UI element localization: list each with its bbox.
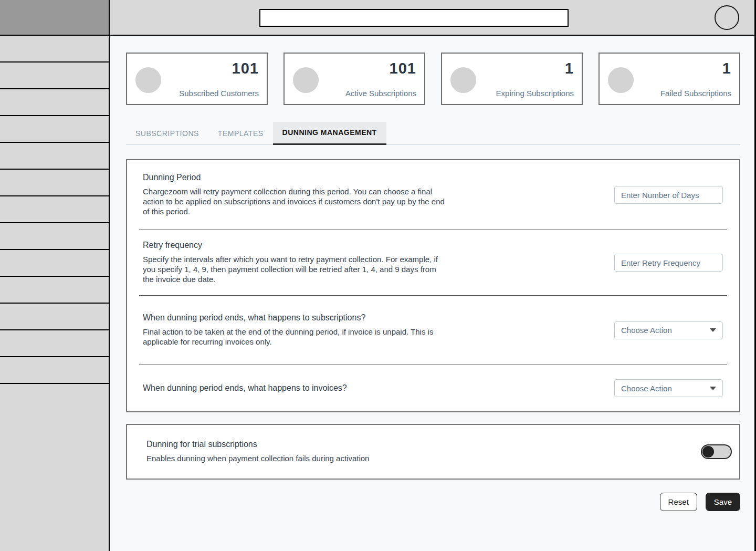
stat-icon-placeholder <box>450 67 476 93</box>
topbar <box>110 0 754 36</box>
stat-value: 1 <box>565 60 574 77</box>
subscriptions-action-description: Final action to be taken at the end of t… <box>143 327 446 347</box>
invoices-action-select-value: Choose Action <box>621 384 672 393</box>
stat-value: 101 <box>232 60 259 77</box>
subscriptions-action-select-value: Choose Action <box>621 326 672 335</box>
sidebar-item-2[interactable] <box>0 63 109 89</box>
stat-card-failed-subscriptions: 1 Failed Subscriptions <box>598 53 740 105</box>
reset-button[interactable]: Reset <box>660 493 697 511</box>
toggle-knob <box>702 446 714 458</box>
trial-dunning-description: Enables dunning when payment collection … <box>146 454 369 464</box>
main-content: 101 Subscribed Customers 101 Active Subs… <box>110 36 753 551</box>
sidebar-item-8[interactable] <box>0 223 109 250</box>
sidebar <box>0 0 110 551</box>
sidebar-filler <box>0 384 109 551</box>
sidebar-item-12[interactable] <box>0 330 109 357</box>
stat-label: Active Subscriptions <box>345 89 416 98</box>
retry-frequency-input[interactable] <box>614 254 723 272</box>
sidebar-item-1[interactable] <box>0 36 109 63</box>
tab-subscriptions[interactable]: SUBSCRIPTIONS <box>126 123 208 144</box>
dunning-period-title: Dunning Period <box>143 173 446 182</box>
section-dunning-period: Dunning Period Chargezoom will retry pay… <box>139 160 727 230</box>
search-input[interactable] <box>259 9 569 27</box>
stat-icon-placeholder <box>135 67 161 93</box>
sidebar-item-10[interactable] <box>0 277 109 304</box>
stats-row: 101 Subscribed Customers 101 Active Subs… <box>126 53 740 105</box>
stat-icon-placeholder <box>608 67 634 93</box>
section-subscriptions-final-action: When dunning period ends, what happens t… <box>139 295 727 365</box>
tab-templates[interactable]: TEMPLATES <box>208 123 273 144</box>
save-button[interactable]: Save <box>706 493 740 511</box>
form-actions: Reset Save <box>126 493 740 511</box>
sidebar-item-7[interactable] <box>0 196 109 223</box>
sidebar-item-13[interactable] <box>0 357 109 384</box>
stat-card-active-subscriptions: 101 Active Subscriptions <box>284 53 425 105</box>
stat-label: Expiring Subscriptions <box>496 89 574 98</box>
chevron-down-icon <box>710 387 716 390</box>
subscriptions-action-title: When dunning period ends, what happens t… <box>143 313 446 323</box>
section-retry-frequency: Retry frequency Specify the intervals af… <box>139 230 727 295</box>
trial-dunning-panel: Dunning for trial subscriptions Enables … <box>126 424 740 480</box>
sidebar-item-5[interactable] <box>0 143 109 170</box>
logo-placeholder <box>0 0 109 36</box>
stat-label: Failed Subscriptions <box>660 89 731 98</box>
sidebar-item-3[interactable] <box>0 89 109 116</box>
sidebar-item-4[interactable] <box>0 116 109 143</box>
stat-value: 101 <box>390 60 416 77</box>
chevron-down-icon <box>710 328 716 332</box>
sidebar-item-6[interactable] <box>0 170 109 196</box>
section-invoices-final-action: When dunning period ends, what happens t… <box>139 365 727 411</box>
avatar[interactable] <box>715 5 739 30</box>
stat-label: Subscribed Customers <box>179 89 259 98</box>
tabs: SUBSCRIPTIONS TEMPLATES DUNNING MANAGEME… <box>126 122 740 145</box>
dunning-period-days-input[interactable] <box>614 186 723 204</box>
stat-icon-placeholder <box>293 67 319 93</box>
tab-dunning-management[interactable]: DUNNING MANAGEMENT <box>273 122 386 145</box>
trial-dunning-title: Dunning for trial subscriptions <box>146 440 369 449</box>
trial-dunning-toggle[interactable] <box>701 444 732 459</box>
stat-card-expiring-subscriptions: 1 Expiring Subscriptions <box>441 53 583 105</box>
invoices-action-select[interactable]: Choose Action <box>614 379 723 397</box>
stat-value: 1 <box>722 60 731 77</box>
subscriptions-action-select[interactable]: Choose Action <box>614 321 723 339</box>
sidebar-item-11[interactable] <box>0 304 109 330</box>
dunning-settings-panel: Dunning Period Chargezoom will retry pay… <box>126 159 740 412</box>
retry-frequency-description: Specify the intervals after which you wa… <box>143 255 446 284</box>
stat-card-subscribed-customers: 101 Subscribed Customers <box>126 53 268 105</box>
dunning-period-description: Chargezoom will retry payment collection… <box>143 187 446 216</box>
invoices-action-title: When dunning period ends, what happens t… <box>143 383 347 393</box>
app-screen: 101 Subscribed Customers 101 Active Subs… <box>0 0 756 551</box>
retry-frequency-title: Retry frequency <box>143 241 446 250</box>
sidebar-item-9[interactable] <box>0 250 109 277</box>
